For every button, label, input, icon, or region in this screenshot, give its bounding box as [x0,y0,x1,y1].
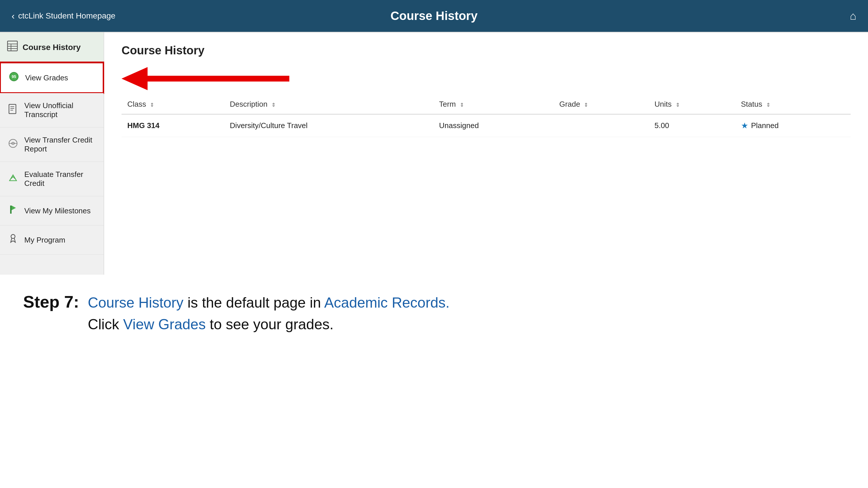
back-button[interactable]: ‹ ctcLink Student Homepage [11,11,116,22]
sidebar-item-label: View Unofficial Transcript [24,101,97,119]
cell-units: 5.00 [649,114,735,137]
evaluate-transfer-credit-icon [7,172,19,185]
column-header-term[interactable]: Term ⇕ [433,95,554,114]
sidebar-item-view-my-milestones[interactable]: View My Milestones [0,196,103,226]
instruction-line1-middle: is the default page in [187,295,324,311]
svg-rect-7 [9,104,16,113]
sidebar-item-my-program[interactable]: My Program [0,226,103,255]
sidebar-item-label: My Program [24,236,65,245]
instruction-to-see: to see your grades. [210,316,334,332]
sidebar-item-label: View Grades [25,73,68,83]
sidebar: Course History 95 View Grades [0,32,104,274]
table-row: HMG 314 Diversity/Culture Travel Unassig… [122,114,850,137]
sort-arrows-term: ⇕ [460,102,464,108]
instruction-area: Step 7: Course History is the default pa… [0,274,868,390]
svg-rect-13 [10,205,11,214]
sidebar-item-view-grades[interactable]: 95 View Grades [0,62,103,93]
sort-arrows-units: ⇕ [676,102,680,108]
cell-description: Diversity/Culture Travel [224,114,433,137]
course-history-table: Class ⇕ Description ⇕ Term ⇕ Grade ⇕ [122,95,850,137]
cell-grade [554,114,649,137]
sidebar-item-label: View My Milestones [24,206,91,216]
instruction-line2: Click View Grades to see your grades. [88,314,450,335]
sidebar-header-label: Course History [23,43,81,52]
page-title: Course History [390,9,477,23]
status-planned: ★ Planned [741,121,845,130]
sort-arrows-description: ⇕ [271,102,276,108]
sidebar-item-view-transfer-credit-report[interactable]: View Transfer Credit Report [0,128,103,162]
red-arrow [122,66,295,92]
cell-term: Unassigned [433,114,554,137]
view-grades-icon: 95 [8,71,20,84]
highlight-course-history: Course History [88,295,183,311]
sidebar-header-icon [7,40,18,54]
svg-text:95: 95 [11,74,16,79]
back-label: ctcLink Student Homepage [18,11,116,21]
view-my-milestones-icon [7,204,19,217]
instruction-click: Click [88,316,123,332]
sort-arrows-grade: ⇕ [584,102,588,108]
star-icon: ★ [741,121,748,130]
instruction-line1: Course History is the default page in Ac… [88,292,450,314]
sidebar-item-label: Evaluate Transfer Credit [24,170,97,188]
sidebar-item-view-unofficial-transcript[interactable]: View Unofficial Transcript [0,93,103,128]
highlight-view-grades: View Grades [123,316,206,332]
view-transfer-credit-report-icon [7,138,19,151]
svg-marker-14 [11,205,16,210]
sidebar-header: Course History [0,32,103,62]
svg-marker-16 [122,67,289,90]
status-label: Planned [751,121,779,130]
step-text: Course History is the default page in Ac… [88,292,450,335]
back-arrow-icon: ‹ [11,11,15,22]
view-unofficial-transcript-icon [7,104,19,117]
column-header-status[interactable]: Status ⇕ [735,95,850,114]
main-layout: Course History 95 View Grades [0,32,868,274]
column-header-class[interactable]: Class ⇕ [122,95,224,114]
column-header-grade[interactable]: Grade ⇕ [554,95,649,114]
sidebar-item-label: View Transfer Credit Report [24,136,97,154]
table-header-row: Class ⇕ Description ⇕ Term ⇕ Grade ⇕ [122,95,850,114]
sort-arrows-status: ⇕ [766,102,771,108]
home-button[interactable]: ⌂ [850,10,857,22]
arrow-annotation [122,66,850,86]
content-area: Course History Class ⇕ [104,32,868,274]
cell-class: HMG 314 [122,114,224,137]
cell-status: ★ Planned [735,114,850,137]
highlight-academic-records: Academic Records. [324,295,450,311]
step-label: Step 7: [23,292,79,312]
column-header-units[interactable]: Units ⇕ [649,95,735,114]
my-program-icon [7,234,19,246]
column-header-description[interactable]: Description ⇕ [224,95,433,114]
red-arrow-svg [122,66,295,92]
top-nav: ‹ ctcLink Student Homepage Course Histor… [0,0,868,32]
sidebar-item-evaluate-transfer-credit[interactable]: Evaluate Transfer Credit [0,162,103,196]
home-icon: ⌂ [850,10,857,22]
content-title: Course History [122,44,850,57]
sort-arrows-class: ⇕ [150,102,154,108]
